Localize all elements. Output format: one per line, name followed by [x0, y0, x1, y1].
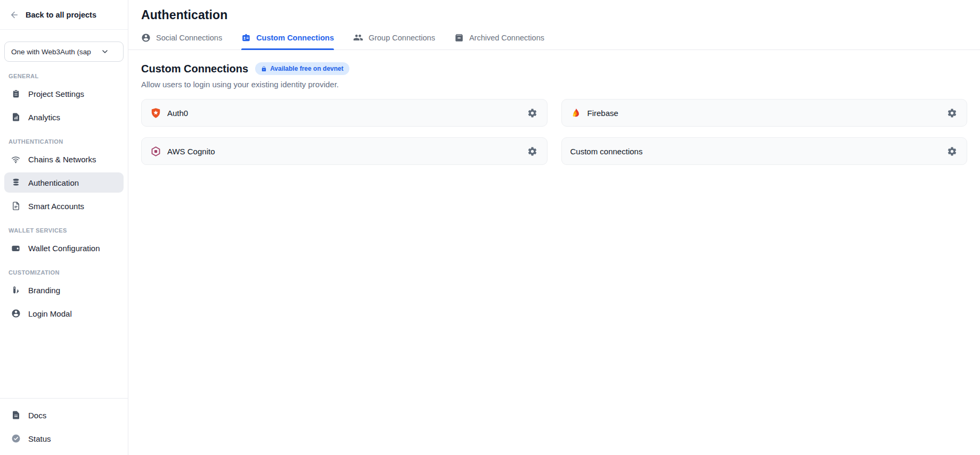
sidebar-item-docs[interactable]: Docs — [4, 405, 124, 425]
settings-gear-button[interactable] — [526, 145, 538, 158]
main-content: Authentication Social Connections Custom… — [128, 0, 980, 455]
sidebar-item-label: Status — [28, 434, 51, 443]
tab-label: Group Connections — [369, 34, 435, 42]
status-check-icon — [11, 434, 21, 443]
section-heading: Custom Connections — [141, 63, 248, 75]
sidebar-item-branding[interactable]: Branding — [4, 280, 124, 300]
connection-card-label: Custom connections — [570, 147, 643, 156]
settings-gear-button[interactable] — [526, 107, 538, 119]
section-description: Allow users to login using your existing… — [141, 80, 967, 89]
connection-card-custom[interactable]: Custom connections — [561, 137, 968, 165]
archive-icon — [454, 33, 464, 43]
sidebar-nav: GENERAL Project Settings Analytics AUTHE… — [0, 62, 128, 327]
sidebar-item-label: Docs — [28, 411, 46, 420]
connection-card-auth0[interactable]: Auth0 — [141, 99, 548, 127]
analytics-icon — [11, 112, 21, 122]
tab-social-connections[interactable]: Social Connections — [141, 32, 222, 49]
user-circle-icon — [11, 309, 21, 318]
sidebar-item-label: Chains & Networks — [28, 155, 96, 164]
connection-card-firebase[interactable]: Firebase — [561, 99, 968, 127]
database-icon — [11, 178, 21, 187]
settings-gear-button[interactable] — [946, 107, 958, 119]
sidebar-item-label: Authentication — [28, 178, 79, 187]
badge-icon — [241, 33, 251, 43]
file-icon — [11, 201, 21, 211]
connection-card-label: Auth0 — [167, 109, 188, 118]
sidebar-item-authentication[interactable]: Authentication — [4, 172, 124, 193]
devnet-badge: Available free on devnet — [255, 62, 349, 75]
tab-label: Custom Connections — [256, 34, 334, 42]
sidebar-footer: Docs Status — [0, 398, 128, 455]
sidebar-item-label: Project Settings — [28, 89, 84, 98]
section-label-general: GENERAL — [9, 73, 119, 79]
network-icon — [11, 154, 21, 164]
tab-label: Social Connections — [156, 34, 222, 42]
section-label-wallet-services: WALLET SERVICES — [9, 227, 119, 234]
back-to-projects-link[interactable]: Back to all projects — [0, 0, 128, 30]
section-label-customization: CUSTOMIZATION — [9, 269, 119, 276]
settings-gear-button[interactable] — [946, 145, 958, 158]
sidebar-item-analytics[interactable]: Analytics — [4, 107, 124, 127]
tab-label: Archived Connections — [469, 34, 544, 42]
sidebar-item-project-settings[interactable]: Project Settings — [4, 84, 124, 104]
sidebar-item-label: Branding — [28, 286, 60, 295]
connection-card-label: Firebase — [587, 109, 618, 118]
project-selector[interactable]: One with Web3Auth (sap — [4, 42, 124, 62]
user-circle-icon — [141, 33, 151, 43]
sidebar-item-label: Wallet Configuration — [28, 244, 100, 253]
sidebar-item-label: Analytics — [28, 113, 60, 122]
tab-group-connections[interactable]: Group Connections — [353, 32, 435, 49]
custom-connections-section: Custom Connections Available free on dev… — [128, 50, 980, 165]
section-label-authentication: AUTHENTICATION — [9, 138, 119, 145]
sidebar-item-smart-accounts[interactable]: Smart Accounts — [4, 196, 124, 216]
sidebar-item-login-modal[interactable]: Login Modal — [4, 303, 124, 324]
connection-cards-grid: Auth0 Firebase AWS Cognito — [141, 99, 967, 165]
devnet-badge-label: Available free on devnet — [270, 65, 344, 72]
arrow-left-icon — [10, 10, 19, 20]
auth0-logo — [150, 107, 161, 119]
lock-icon — [261, 66, 267, 72]
tab-bar: Social Connections Custom Connections Gr… — [128, 32, 980, 50]
sidebar-item-label: Smart Accounts — [28, 202, 84, 211]
wallet-icon — [11, 243, 21, 253]
page-title: Authentication — [128, 0, 980, 22]
group-icon — [353, 32, 363, 43]
connection-card-aws-cognito[interactable]: AWS Cognito — [141, 137, 548, 165]
branding-icon — [11, 285, 21, 295]
sidebar-item-wallet-configuration[interactable]: Wallet Configuration — [4, 238, 124, 258]
sidebar-item-chains-networks[interactable]: Chains & Networks — [4, 149, 124, 169]
tab-archived-connections[interactable]: Archived Connections — [454, 32, 544, 49]
sidebar-item-label: Login Modal — [28, 309, 72, 318]
chevron-down-icon — [101, 47, 109, 56]
tab-custom-connections[interactable]: Custom Connections — [241, 32, 334, 49]
aws-cognito-logo — [150, 146, 161, 157]
connection-card-label: AWS Cognito — [167, 147, 215, 156]
firebase-logo — [570, 107, 582, 119]
back-to-projects-label: Back to all projects — [26, 11, 96, 19]
docs-icon — [11, 410, 21, 420]
sidebar: Back to all projects One with Web3Auth (… — [0, 0, 128, 455]
sidebar-item-status[interactable]: Status — [4, 428, 124, 449]
clipboard-icon — [11, 89, 21, 98]
project-selector-value: One with Web3Auth (sap — [11, 48, 101, 56]
